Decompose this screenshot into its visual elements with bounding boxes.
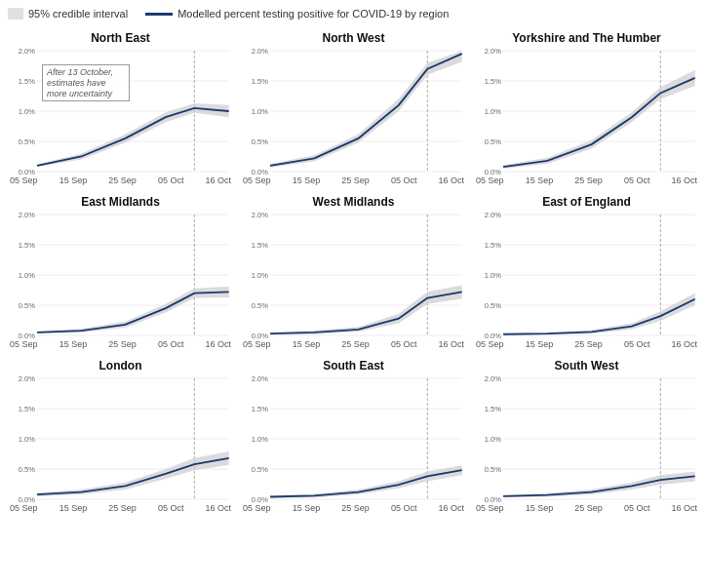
x-label: 15 Sep [526,176,554,185]
svg-text:2.0%: 2.0% [252,47,269,56]
svg-marker-95 [270,465,462,497]
x-label: 05 Oct [158,503,184,513]
x-label: 16 Oct [205,503,231,513]
chart-west-midlands: West Midlands2.0%1.5%1.0%0.5%0.0%05 Sep1… [241,191,466,351]
x-label: 25 Sep [108,339,137,349]
svg-text:0.5%: 0.5% [252,465,269,474]
chart-area-east-midlands: 2.0%1.5%1.0%0.5%0.0% [8,211,233,337]
x-label: 05 Sep [10,339,38,349]
svg-text:1.0%: 1.0% [485,435,502,444]
line-legend-label: Modelled percent testing positive for CO… [177,8,449,20]
chart-area-south-east: 2.0%1.5%1.0%0.5%0.0% [241,374,466,501]
svg-text:0.0%: 0.0% [485,168,502,176]
svg-text:0.0%: 0.0% [485,332,502,340]
svg-text:0.5%: 0.5% [485,301,502,310]
chart-svg-west-midlands: 2.0%1.5%1.0%0.5%0.0% [241,211,466,337]
svg-text:0.5%: 0.5% [252,301,269,310]
chart-london: London2.0%1.5%1.0%0.5%0.0%05 Sep15 Sep25… [8,355,233,515]
svg-text:1.5%: 1.5% [252,241,269,250]
svg-text:2.0%: 2.0% [19,374,36,383]
x-label: 05 Oct [391,176,417,185]
x-label: 05 Oct [158,339,184,349]
svg-text:2.0%: 2.0% [485,47,502,56]
x-label: 25 Sep [341,339,370,349]
svg-text:0.5%: 0.5% [252,137,269,146]
x-label: 25 Sep [108,503,137,513]
chart-svg-yorkshire: 2.0%1.5%1.0%0.5%0.0% [474,47,699,174]
x-label: 05 Sep [476,339,504,349]
svg-text:2.0%: 2.0% [19,47,36,56]
svg-text:0.0%: 0.0% [252,332,269,340]
chart-svg-north-west: 2.0%1.5%1.0%0.5%0.0% [241,47,466,174]
svg-text:2.0%: 2.0% [252,211,269,219]
charts-grid: North East2.0%1.5%1.0%0.5%0.0%After 13 O… [8,27,699,515]
x-label: 05 Oct [391,339,417,349]
chart-svg-london: 2.0%1.5%1.0%0.5%0.0% [8,374,233,501]
svg-text:1.0%: 1.0% [252,435,269,444]
line-legend-line [145,13,173,16]
svg-text:1.0%: 1.0% [485,107,502,116]
svg-marker-107 [503,471,695,497]
x-labels-north-east: 05 Sep15 Sep25 Sep05 Oct16 Oct [8,176,233,185]
x-label: 15 Sep [526,339,554,349]
chart-title-south-east: South East [241,359,466,372]
chart-title-east-of-england: East of England [474,195,699,209]
x-label: 05 Sep [10,176,38,185]
svg-text:2.0%: 2.0% [485,211,502,219]
svg-marker-83 [37,451,229,496]
chart-north-east: North East2.0%1.5%1.0%0.5%0.0%After 13 O… [8,27,233,187]
x-label: 16 Oct [671,339,697,349]
ci-legend-box [8,8,23,20]
x-labels-east-of-england: 05 Sep15 Sep25 Sep05 Oct16 Oct [474,339,699,349]
chart-area-west-midlands: 2.0%1.5%1.0%0.5%0.0% [241,211,466,337]
svg-text:1.5%: 1.5% [19,241,36,250]
svg-text:1.5%: 1.5% [19,77,36,86]
chart-area-south-west: 2.0%1.5%1.0%0.5%0.0% [474,374,699,501]
x-label: 15 Sep [293,339,321,349]
x-labels-west-midlands: 05 Sep15 Sep25 Sep05 Oct16 Oct [241,339,466,349]
svg-text:1.5%: 1.5% [19,405,36,413]
x-label: 05 Oct [624,503,650,513]
x-label: 05 Sep [476,503,504,513]
svg-text:1.5%: 1.5% [485,405,502,413]
chart-svg-east-midlands: 2.0%1.5%1.0%0.5%0.0% [8,211,233,337]
svg-text:0.5%: 0.5% [19,465,36,474]
x-label: 05 Oct [391,503,417,513]
x-label: 25 Sep [341,503,370,513]
svg-text:0.5%: 0.5% [485,137,502,146]
x-label: 05 Sep [10,503,38,513]
chart-svg-east-of-england: 2.0%1.5%1.0%0.5%0.0% [474,211,699,337]
x-label: 05 Oct [624,176,650,185]
x-label: 25 Sep [574,339,603,349]
line-legend-item: Modelled percent testing positive for CO… [145,8,449,20]
chart-area-north-west: 2.0%1.5%1.0%0.5%0.0% [241,47,466,174]
chart-svg-south-east: 2.0%1.5%1.0%0.5%0.0% [241,374,466,501]
x-label: 05 Oct [624,339,650,349]
svg-text:0.0%: 0.0% [19,168,36,176]
x-label: 16 Oct [438,339,464,349]
x-labels-north-west: 05 Sep15 Sep25 Sep05 Oct16 Oct [241,176,466,185]
chart-area-east-of-england: 2.0%1.5%1.0%0.5%0.0% [474,211,699,337]
svg-text:1.0%: 1.0% [19,271,36,280]
x-labels-yorkshire: 05 Sep15 Sep25 Sep05 Oct16 Oct [474,176,699,185]
svg-text:0.5%: 0.5% [485,465,502,474]
svg-text:0.0%: 0.0% [19,495,36,504]
ci-legend-label: 95% credible interval [28,8,128,20]
chart-east-midlands: East Midlands2.0%1.5%1.0%0.5%0.0%05 Sep1… [8,191,233,351]
chart-title-north-east: North East [8,31,233,45]
x-label: 15 Sep [59,503,88,513]
x-label: 16 Oct [438,503,464,513]
x-labels-south-east: 05 Sep15 Sep25 Sep05 Oct16 Oct [241,503,466,513]
chart-area-north-east: 2.0%1.5%1.0%0.5%0.0%After 13 October, es… [8,47,233,174]
x-label: 16 Oct [205,339,231,349]
chart-title-east-midlands: East Midlands [8,195,233,209]
x-label: 16 Oct [671,503,697,513]
svg-text:1.0%: 1.0% [485,271,502,280]
svg-text:0.5%: 0.5% [19,137,36,146]
svg-text:0.0%: 0.0% [252,495,269,504]
x-label: 16 Oct [671,176,697,185]
chart-title-yorkshire: Yorkshire and The Humber [474,31,699,45]
x-labels-south-west: 05 Sep15 Sep25 Sep05 Oct16 Oct [474,503,699,513]
x-label: 15 Sep [293,176,321,185]
svg-text:1.5%: 1.5% [485,77,502,86]
